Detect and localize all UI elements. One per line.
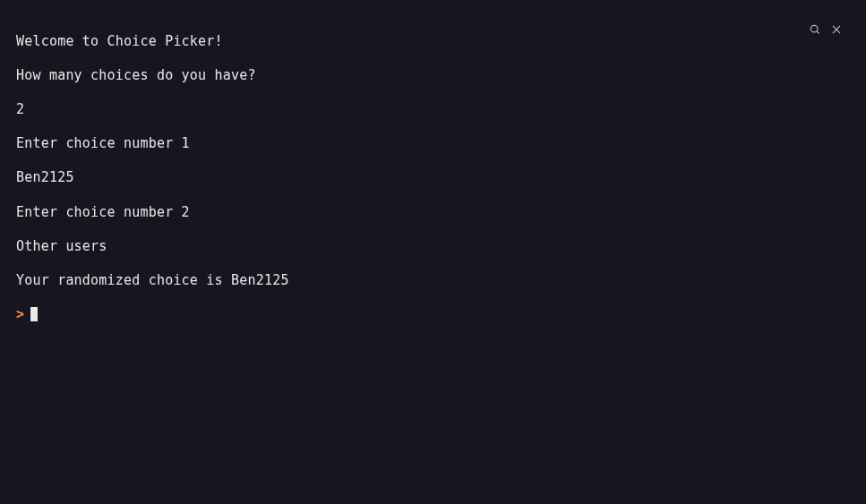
prompt-symbol: > <box>16 306 24 323</box>
terminal-window: Welcome to Choice Picker! How many choic… <box>7 7 859 495</box>
terminal-line: Other users <box>16 238 850 255</box>
titlebar-controls <box>809 23 843 36</box>
terminal-line: Your randomized choice is Ben2125 <box>16 272 850 289</box>
terminal-line: Welcome to Choice Picker! <box>16 33 850 50</box>
svg-point-0 <box>810 25 818 32</box>
terminal-line: Enter choice number 1 <box>16 135 850 152</box>
terminal-output[interactable]: Welcome to Choice Picker! How many choic… <box>7 7 859 366</box>
search-icon[interactable] <box>809 23 821 36</box>
terminal-line: Ben2125 <box>16 169 850 186</box>
terminal-line: 2 <box>16 101 850 118</box>
terminal-cursor <box>30 307 38 321</box>
svg-line-1 <box>817 31 819 34</box>
close-icon[interactable] <box>830 23 843 36</box>
terminal-line: Enter choice number 2 <box>16 204 850 221</box>
terminal-prompt-line[interactable]: > <box>16 306 850 323</box>
terminal-line: How many choices do you have? <box>16 67 850 84</box>
